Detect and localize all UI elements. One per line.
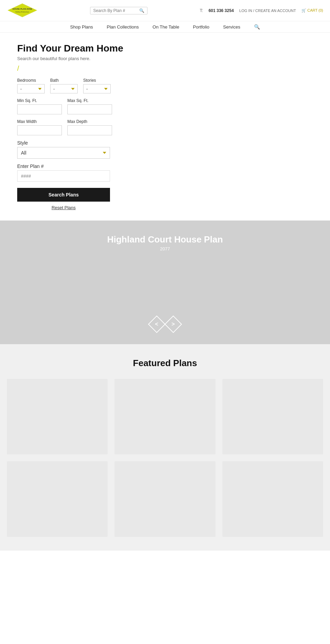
max-width-label: Max Width [17, 119, 62, 124]
max-sqft-group: Max Sq. Ft. [67, 98, 112, 114]
plan-number-group: Enter Plan # [17, 163, 127, 182]
hero-prev-button[interactable]: < [148, 316, 166, 333]
nav-item-services[interactable]: Services [223, 24, 240, 30]
plan-number-label: Enter Plan # [17, 163, 127, 169]
style-select[interactable]: All Traditional Ranch Craftsman Contempo… [17, 147, 110, 159]
top-bar: HOUSE PLAN ZONE Building Relationships 🔍… [0, 0, 330, 21]
top-search-icon: 🔍 [139, 8, 144, 13]
page-title: Find Your Dream Home [17, 43, 313, 54]
min-sqft-input[interactable] [17, 104, 62, 114]
plan-number-input[interactable] [17, 170, 110, 182]
bedrooms-label: Bedrooms [17, 78, 45, 83]
max-sqft-input[interactable] [67, 104, 112, 114]
sqft-row: Min Sq. Ft. Max Sq. Ft. [17, 98, 127, 114]
list-item[interactable] [114, 379, 215, 454]
bath-select[interactable]: - 1 2 3 4 [50, 84, 78, 93]
top-search-bar[interactable]: 🔍 [90, 7, 147, 14]
min-sqft-group: Min Sq. Ft. [17, 98, 62, 114]
nav-item-plan-collections[interactable]: Plan Collections [107, 24, 139, 30]
hero-nav-controls: < > [151, 318, 179, 330]
reset-plans-link[interactable]: Reset Plans [17, 205, 110, 210]
svg-marker-1 [9, 5, 36, 16]
search-form: Bedrooms - 1 2 3 4 5 Bath - 1 2 3 4 [17, 78, 127, 210]
max-depth-group: Max Depth [67, 119, 112, 135]
list-item[interactable] [114, 461, 215, 537]
search-plans-button[interactable]: Search Plans [17, 188, 110, 202]
featured-plans-grid [7, 379, 323, 537]
login-link[interactable]: LOG IN / CREATE AN ACCOUNT [239, 9, 296, 13]
stories-label: Stories [83, 78, 111, 83]
min-sqft-label: Min Sq. Ft. [17, 98, 62, 103]
stories-group: Stories - 1 2 3 [83, 78, 111, 93]
logo[interactable]: HOUSE PLAN ZONE Building Relationships [7, 3, 38, 18]
svg-text:Building Relationships: Building Relationships [15, 11, 29, 13]
width-depth-row: Max Width Max Depth [17, 119, 127, 135]
stories-select[interactable]: - 1 2 3 [83, 84, 111, 93]
list-item[interactable] [222, 461, 323, 537]
hero-next-button[interactable]: > [165, 316, 182, 333]
nav-item-portfolio[interactable]: Portfolio [193, 24, 209, 30]
style-label: Style [17, 140, 127, 146]
hero-banner-title: Highland Court House Plan [107, 234, 223, 245]
cart-link[interactable]: 🛒 CART (0) [301, 8, 323, 13]
max-width-group: Max Width [17, 119, 62, 135]
max-depth-label: Max Depth [67, 119, 112, 124]
hero-prev-icon: < [155, 321, 158, 327]
nav-item-on-the-table[interactable]: On The Table [153, 24, 179, 30]
nav-item-shop-plans[interactable]: Shop Plans [70, 24, 93, 30]
bedrooms-group: Bedrooms - 1 2 3 4 5 [17, 78, 45, 93]
phone-number: 601 336 3254 [209, 8, 234, 13]
max-width-input[interactable] [17, 125, 62, 135]
featured-title: Featured Plans [7, 358, 323, 369]
featured-section: Featured Plans [0, 344, 330, 551]
main-content: Find Your Dream Home Search our beautifu… [0, 33, 330, 221]
bath-label: Bath [50, 78, 78, 83]
phone-label: T: [200, 8, 203, 13]
page-subtitle: Search our beautiful floor plans here. [17, 56, 313, 61]
hero-banner: Highland Court House Plan 2077 < > [0, 221, 330, 344]
top-right-links: T: 601 336 3254 LOG IN / CREATE AN ACCOU… [200, 8, 323, 13]
bedrooms-select[interactable]: - 1 2 3 4 5 [17, 84, 45, 93]
bedrooms-bath-stories-row: Bedrooms - 1 2 3 4 5 Bath - 1 2 3 4 [17, 78, 127, 93]
hero-next-icon: > [172, 321, 175, 327]
max-depth-input[interactable] [67, 125, 112, 135]
top-search-input[interactable] [93, 8, 138, 13]
divider-slash: / [17, 65, 313, 72]
max-sqft-label: Max Sq. Ft. [67, 98, 112, 103]
bath-group: Bath - 1 2 3 4 [50, 78, 78, 93]
hero-banner-subtitle: 2077 [160, 246, 170, 251]
list-item[interactable] [7, 379, 108, 454]
list-item[interactable] [7, 461, 108, 537]
main-nav: Shop Plans Plan Collections On The Table… [0, 21, 330, 33]
nav-search-icon[interactable]: 🔍 [254, 24, 260, 30]
list-item[interactable] [222, 379, 323, 454]
style-group: Style All Traditional Ranch Craftsman Co… [17, 140, 127, 159]
svg-text:HOUSE PLAN ZONE: HOUSE PLAN ZONE [12, 8, 32, 10]
